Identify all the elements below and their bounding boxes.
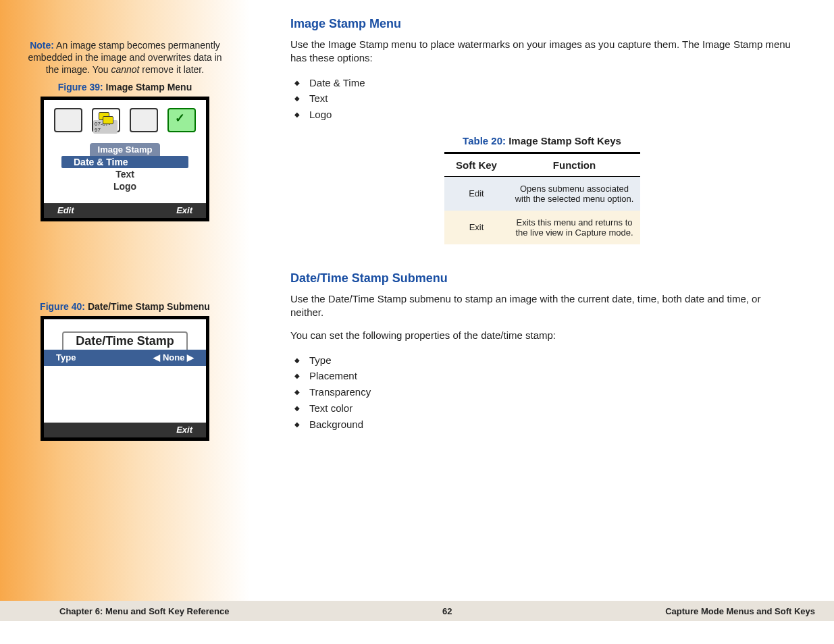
footer-page-number: 62 [442,606,452,616]
camera-menu-item: Date & Time [61,156,188,168]
paragraph: Use the Date/Time Stamp submenu to stamp… [290,292,793,320]
table-cell: Exit [444,211,509,244]
figure-40-no: Figure 40: [40,301,85,312]
figure-40-title: Date/Time Stamp Submenu [85,301,210,312]
list-item: Transparency [309,384,793,400]
figure-40-caption: Figure 40: Date/Time Stamp Submenu [20,301,230,312]
list-item: Type [309,352,793,369]
camera-menu-body: Image Stamp Date & Time Text Logo [44,140,206,203]
paragraph: You can set the following properties of … [290,329,793,342]
figure-39-caption: Figure 39: Image Stamp Menu [20,82,230,92]
camera-submenu-row: Type None [44,350,206,366]
table-cell: Edit [444,176,509,211]
figure-39-title: Image Stamp Menu [103,82,192,92]
camera-tab-bar: 07-07-97 [44,100,206,140]
table-row: Edit Opens submenu associated with the s… [444,176,640,211]
softkey-edit: Edit [57,205,74,215]
camera-submenu-body: Date/Time Stamp Type None [44,319,206,423]
table-20-no: Table 20: [463,135,506,146]
figure-39-screenshot: 07-07-97 Image Stamp Date & Time Text Lo… [41,97,209,221]
submenu-row-label: Type [56,352,76,363]
list-item: Date & Time [309,75,793,91]
camera-softkey-bar: Exit [44,423,206,437]
footer-left: Chapter 6: Menu and Soft Key Reference [59,606,229,616]
camera-submenu-title: Date/Time Stamp [62,331,188,350]
table-cell: Exits this menu and returns to the live … [509,211,640,244]
camera-icon: 07-07-97 [92,108,120,132]
table-20-caption: Table 20: Image Stamp Soft Keys [290,135,793,146]
camera-softkey-bar: Edit Exit [44,203,206,218]
figure-40-screenshot: Date/Time Stamp Type None Exit [41,316,209,441]
table-cell: Opens submenu associated with the select… [509,176,640,211]
table-header: Soft Key [444,153,509,176]
list-item: Logo [309,107,793,123]
camera-menu-item: Logo [78,180,172,192]
date-badge: 07-07-97 [93,120,118,134]
note-block: Note: An image stamp becomes permanently… [20,39,230,76]
note-label: Note: [30,40,54,51]
list-item: Text color [309,400,793,417]
paragraph: Use the Image Stamp menu to place waterm… [290,38,793,65]
main-column: Image Stamp Menu Use the Image Stamp men… [250,0,834,601]
heading-image-stamp: Image Stamp Menu [290,17,793,31]
list-icon [54,108,82,132]
camera-menu-title: Image Stamp [90,143,161,156]
softkey-exit: Exit [176,425,192,435]
page-footer: Chapter 6: Menu and Soft Key Reference 6… [0,601,834,621]
figure-39-no: Figure 39: [58,82,103,92]
list-item: Text [309,90,793,107]
datetime-properties-list: Type Placement Transparency Text color B… [290,352,793,433]
table-row: Exit Exits this menu and returns to the … [444,211,640,244]
submenu-row-value: None [153,352,194,363]
check-icon [167,108,196,132]
softkey-table: Soft Key Function Edit Opens submenu ass… [444,152,640,244]
list-item: Placement [309,368,793,384]
table-20-title: Image Stamp Soft Keys [506,135,621,146]
heading-datetime-stamp: Date/Time Stamp Submenu [290,271,793,286]
table-header: Function [509,153,640,176]
sidebar-column: Note: An image stamp becomes permanently… [0,0,250,601]
drive-icon [130,108,158,132]
footer-right: Capture Mode Menus and Soft Keys [665,606,815,616]
image-stamp-options-list: Date & Time Text Logo [290,75,793,123]
softkey-exit: Exit [176,205,192,215]
list-item: Background [309,417,793,433]
camera-menu-item: Text [78,168,172,180]
note-cannot: cannot [111,64,139,75]
note-text-b: remove it later. [139,64,204,75]
